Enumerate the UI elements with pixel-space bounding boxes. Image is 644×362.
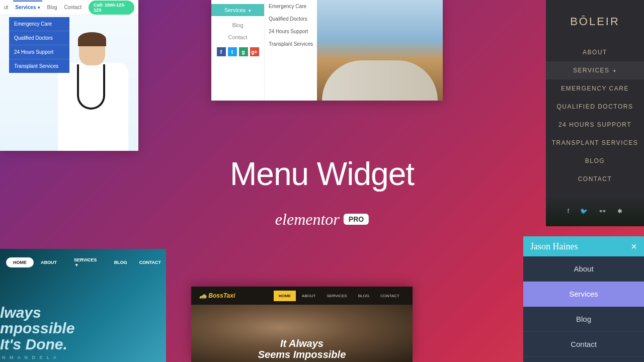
nav-about[interactable]: ABOUT [36, 257, 62, 267]
dropdown-item[interactable]: Qualified Doctors [9, 31, 69, 45]
nav-blog[interactable]: BLOG [109, 257, 132, 267]
taxi-hero: It Always Seems Impossible [191, 305, 413, 362]
social-footer: f 🐦 👓 ✱ [546, 196, 644, 226]
brand-name: elementor [275, 210, 340, 229]
menu-contact[interactable]: Contact [546, 170, 644, 188]
title-text: Menu Widget [230, 155, 414, 193]
nav-services[interactable]: SERVICES [321, 291, 352, 301]
nav-services[interactable]: SERVICES ▾ [64, 255, 107, 270]
menu-item[interactable]: Transplant Services [546, 134, 644, 152]
facebook-icon[interactable]: f [568, 208, 569, 215]
site-name: Jason Haines [530, 241, 578, 252]
nav-contact[interactable]: CONTACT [375, 291, 405, 301]
medical-nav: ut Services▾ Blog Contact Call: 1800-123… [0, 0, 138, 15]
menu-item[interactable]: Qualified Doctors [546, 98, 644, 116]
dropdown-item[interactable]: 24 Hours Support [9, 45, 69, 59]
facebook-icon[interactable]: f [217, 47, 226, 56]
nav-services[interactable]: Services▾ [15, 5, 40, 10]
mobile-header: Jason Haines × [523, 236, 644, 256]
brand-badge: elementor PRO [275, 210, 369, 229]
menu-about[interactable]: About [523, 256, 644, 282]
gplus-icon[interactable]: g+ [250, 47, 259, 56]
submenu-item[interactable]: Transplant Services [265, 38, 317, 50]
demo-taxi-panel: BossTaxi HOME ABOUT SERVICES BLOG CONTAC… [191, 287, 413, 362]
hero-line: Seems Impossible [258, 349, 346, 360]
quote-headline: lways mpossible It's Done. [0, 305, 74, 352]
dropdown-item[interactable]: Transplant Services [9, 59, 69, 73]
social-row: f t g g+ [211, 47, 264, 56]
demo-quote-panel: HOME ABOUT SERVICES ▾ BLOG CONTACT lways… [0, 249, 166, 362]
call-button[interactable]: Call: 1800-123-123 [89, 1, 134, 15]
menu-contact[interactable]: Contact [211, 31, 264, 43]
yelp-icon[interactable]: ✱ [617, 208, 622, 215]
chevron-down-icon: ▾ [38, 5, 40, 10]
demo-medical-panel: ut Services▾ Blog Contact Call: 1800-123… [0, 0, 138, 151]
chevron-down-icon: ▾ [249, 8, 251, 13]
menu-about[interactable]: About [546, 43, 644, 61]
nav-about[interactable]: ABOUT [297, 291, 321, 301]
boleir-logo: BŌLEIR [546, 15, 644, 28]
nav-blog[interactable]: BLOG [353, 291, 374, 301]
close-icon[interactable]: × [631, 241, 637, 252]
twitter-icon[interactable]: 🐦 [580, 208, 588, 215]
vertical-menu: Services ▾ Blog Contact f t g g+ [211, 0, 264, 101]
services-dropdown: Emergency Care Qualified Doctors 24 Hour… [9, 17, 69, 73]
hero-line: It Always [280, 338, 324, 349]
main-title: Menu Widget [230, 155, 414, 193]
nav-blog[interactable]: Blog [47, 5, 57, 10]
quote-attribution: N M A N D E L A [2, 355, 58, 360]
demo-sidebar-panel: Services ▾ Blog Contact f t g g+ Emergen… [211, 0, 443, 101]
nav-about[interactable]: ut [4, 5, 8, 10]
menu-item[interactable]: Emergency Care [546, 79, 644, 98]
submenu-item[interactable]: Qualified Doctors [265, 13, 317, 25]
menu-services[interactable]: Services ▾ [211, 4, 264, 16]
nav-contact[interactable]: Contact [64, 5, 82, 10]
submenu-item[interactable]: 24 Hours Support [265, 25, 317, 38]
bosstaxi-logo: BossTaxi [199, 292, 235, 299]
nav-home[interactable]: HOME [274, 291, 296, 301]
menu-contact[interactable]: Contact [523, 332, 644, 357]
taxi-nav: BossTaxi HOME ABOUT SERVICES BLOG CONTAC… [191, 287, 413, 305]
menu-services[interactable]: Services [523, 282, 644, 307]
menu-services[interactable]: Services ▾ [546, 61, 644, 79]
demo-mobile-panel: Jason Haines × About Services Blog Conta… [523, 236, 644, 362]
architecture-image [317, 0, 443, 101]
pill-nav: HOME ABOUT SERVICES ▾ BLOG CONTACT [6, 255, 166, 270]
menu-blog[interactable]: Blog [211, 19, 264, 31]
twitter-icon[interactable]: t [228, 47, 237, 56]
dropdown-item[interactable]: Emergency Care [9, 17, 69, 31]
tripadvisor-icon[interactable]: 👓 [599, 208, 606, 215]
submenu-item[interactable]: Emergency Care [265, 0, 317, 13]
menu-blog[interactable]: Blog [546, 152, 644, 170]
google-icon[interactable]: g [239, 47, 248, 56]
pro-badge: PRO [344, 214, 369, 225]
nav-home[interactable]: HOME [6, 257, 34, 267]
chevron-down-icon: ▾ [613, 68, 617, 73]
menu-item[interactable]: 24 Hours Support [546, 116, 644, 134]
submenu: Emergency Care Qualified Doctors 24 Hour… [264, 0, 317, 101]
nav-contact[interactable]: CONTACT [134, 257, 166, 267]
chevron-down-icon: ▾ [70, 260, 83, 270]
demo-dark-panel: BŌLEIR About Services ▾ Emergency Care Q… [546, 0, 644, 226]
menu-blog[interactable]: Blog [523, 307, 644, 332]
